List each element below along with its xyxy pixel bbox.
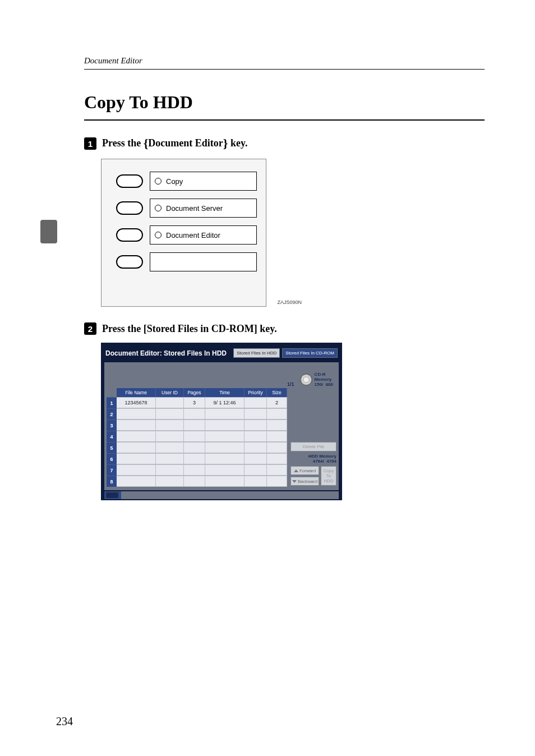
page-number: 234 <box>56 715 73 728</box>
col-filename[interactable]: File Name <box>117 388 156 397</box>
cell-size <box>267 431 287 442</box>
delete-file-button[interactable]: Delete File <box>290 442 336 451</box>
step-1: 1 Press the {Document Editor} key. Copy … <box>84 136 485 307</box>
cell-time <box>205 408 245 420</box>
col-pages[interactable]: Pages <box>184 388 205 397</box>
hard-key-copy[interactable] <box>116 174 143 188</box>
cell-time <box>205 464 245 476</box>
cell-size <box>267 476 287 487</box>
row-index: 7 <box>107 464 117 476</box>
triangle-down-icon <box>292 480 297 483</box>
cell-time <box>205 431 245 442</box>
led-icon <box>155 178 162 185</box>
cell-user <box>156 442 184 453</box>
row-index: 4 <box>107 431 117 442</box>
cell-file <box>117 442 156 453</box>
table-row[interactable]: 6 <box>107 453 287 464</box>
label-document-server: Document Server <box>150 199 257 218</box>
cell-user <box>156 408 184 420</box>
cd-memory-block: CD-R Memory 150/ 600 <box>300 372 333 387</box>
led-icon <box>155 232 162 238</box>
col-size[interactable]: Size <box>267 388 287 397</box>
cell-priority <box>245 420 267 431</box>
cell-file <box>117 431 156 442</box>
table-row[interactable]: 11234567839/ 1 12:462 <box>107 397 287 408</box>
figure-code: ZAJS090N <box>277 299 302 305</box>
cell-size <box>267 453 287 464</box>
table-row[interactable]: 4 <box>107 431 287 442</box>
col-blank <box>107 388 117 397</box>
cell-priority <box>245 464 267 476</box>
cell-pages: 3 <box>184 397 205 408</box>
tab-stored-cdrom[interactable]: Stored Files In CD-ROM <box>282 348 338 358</box>
cell-time: 9/ 1 12:46 <box>205 397 245 408</box>
cell-user <box>156 476 184 487</box>
row-index: 3 <box>107 420 117 431</box>
backward-button[interactable]: Backward <box>290 477 319 486</box>
cell-pages <box>184 408 205 420</box>
row-index: 2 <box>107 408 117 420</box>
cell-time <box>205 476 245 487</box>
cell-user <box>156 420 184 431</box>
label-blank <box>150 252 257 271</box>
cell-size <box>267 464 287 476</box>
cell-priority <box>245 442 267 453</box>
hard-key-document-editor[interactable] <box>116 228 143 242</box>
table-row[interactable]: 8 <box>107 476 287 487</box>
label-copy: Copy <box>150 172 257 191</box>
hard-key-blank[interactable] <box>116 255 143 269</box>
cell-time <box>205 442 245 453</box>
label-document-editor: Document Editor <box>150 225 257 245</box>
cell-pages <box>184 420 205 431</box>
page-indicator: 1/1 <box>287 381 294 387</box>
cell-user <box>156 453 184 464</box>
cell-user <box>156 431 184 442</box>
step-2: 2 Press the [Stored Files in CD-ROM] key… <box>84 322 485 500</box>
cell-priority <box>245 397 267 408</box>
chapter-tab <box>40 220 57 243</box>
screen-footer <box>104 491 339 499</box>
table-row[interactable]: 2 <box>107 408 287 420</box>
cell-pages <box>184 431 205 442</box>
cell-file <box>117 453 156 464</box>
cell-priority <box>245 431 267 442</box>
cell-file <box>117 420 156 431</box>
table-row[interactable]: 5 <box>107 442 287 453</box>
running-head: Document Editor <box>84 56 485 70</box>
cell-priority <box>245 453 267 464</box>
cell-file: 12345678 <box>117 397 156 408</box>
table-row[interactable]: 3 <box>107 420 287 431</box>
cell-size <box>267 408 287 420</box>
control-panel-figure: Copy Document Server Document Editor <box>101 159 266 307</box>
hard-key-document-server[interactable] <box>116 201 143 215</box>
cell-user <box>156 464 184 476</box>
cell-file <box>117 408 156 420</box>
cell-pages <box>184 464 205 476</box>
tab-stored-hdd[interactable]: Stored Files In HDD <box>233 348 280 358</box>
hdd-memory-label: HDD Memory 4794/ 4794 <box>290 454 336 464</box>
cell-pages <box>184 453 205 464</box>
row-index: 1 <box>107 397 117 408</box>
step-number-1: 1 <box>84 137 96 150</box>
col-priority[interactable]: Priority <box>245 388 267 397</box>
cell-file <box>117 476 156 487</box>
cell-priority <box>245 476 267 487</box>
cell-time <box>205 453 245 464</box>
step-2-text: Press the [Stored Files in CD-ROM] key. <box>102 323 277 335</box>
triangle-up-icon <box>294 469 298 472</box>
forward-button[interactable]: Forward <box>290 466 319 475</box>
col-userid[interactable]: User ID <box>156 388 184 397</box>
cell-size <box>267 420 287 431</box>
cell-file <box>117 464 156 476</box>
row-index: 5 <box>107 442 117 453</box>
col-time[interactable]: Time <box>205 388 245 397</box>
section-title: Copy To HDD <box>84 92 485 121</box>
cell-pages <box>184 442 205 453</box>
copy-to-hdd-button[interactable]: Copy To HDD <box>321 466 336 486</box>
table-row[interactable]: 7 <box>107 464 287 476</box>
step-1-text: Press the {Document Editor} key. <box>102 136 248 151</box>
row-index: 8 <box>107 476 117 487</box>
screen-figure: Document Editor: Stored Files In HDD Sto… <box>101 343 342 500</box>
screen-title: Document Editor: Stored Files In HDD <box>105 349 227 357</box>
row-index: 6 <box>107 453 117 464</box>
